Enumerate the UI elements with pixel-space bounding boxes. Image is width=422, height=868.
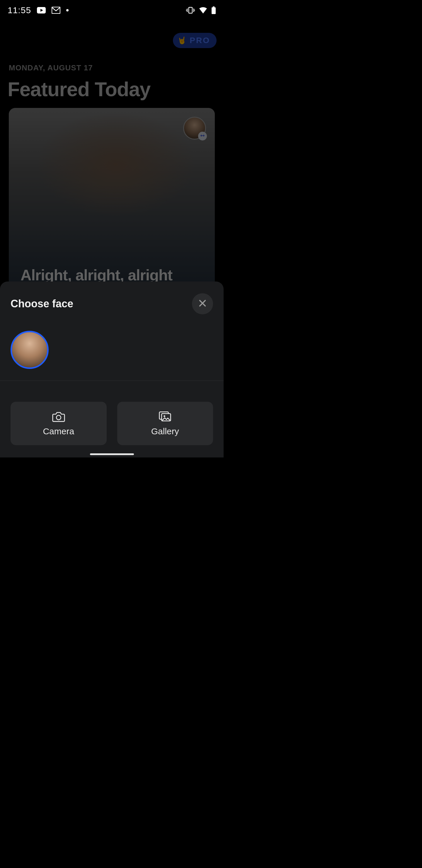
gmail-icon <box>52 7 60 14</box>
sheet-actions: Camera Gallery <box>10 402 213 445</box>
gallery-icon <box>158 410 172 424</box>
status-bar: 11:55 <box>0 0 224 21</box>
swap-badge-icon <box>198 132 207 141</box>
face-option-selected[interactable] <box>10 331 48 369</box>
nav-handle[interactable] <box>90 453 134 455</box>
notification-dot-icon <box>66 9 69 11</box>
camera-label: Camera <box>43 426 74 436</box>
pro-label: PRO <box>190 36 210 45</box>
camera-button[interactable]: Camera <box>10 402 107 445</box>
face-thumbnail[interactable] <box>183 117 206 140</box>
close-button[interactable] <box>192 293 213 314</box>
gallery-button[interactable]: Gallery <box>117 402 213 445</box>
svg-point-12 <box>56 415 61 420</box>
page-title: Featured Today <box>8 78 224 101</box>
choose-face-sheet: Choose face Camera Gallery <box>0 281 224 458</box>
youtube-icon <box>37 7 46 13</box>
battery-icon <box>211 6 216 14</box>
svg-rect-9 <box>212 7 216 14</box>
status-right <box>186 6 216 14</box>
featured-caption: Alright, alright, alright <box>21 266 203 284</box>
pro-badge[interactable]: 🤘 PRO <box>173 33 217 48</box>
gallery-label: Gallery <box>151 426 179 436</box>
close-icon <box>198 299 207 309</box>
svg-rect-3 <box>189 7 192 13</box>
faces-row <box>10 331 213 369</box>
vibrate-icon <box>186 7 195 14</box>
svg-point-15 <box>164 415 165 417</box>
date-line: MONDAY, AUGUST 17 <box>9 63 224 72</box>
camera-icon <box>52 410 65 424</box>
pro-emoji-icon: 🤘 <box>177 36 187 44</box>
sheet-header: Choose face <box>10 293 213 314</box>
status-left: 11:55 <box>8 5 69 15</box>
featured-card[interactable]: Alright, alright, alright <box>9 108 215 296</box>
wifi-icon <box>199 7 207 13</box>
svg-rect-8 <box>213 6 215 7</box>
sheet-title: Choose face <box>10 298 73 310</box>
status-time: 11:55 <box>8 5 31 15</box>
